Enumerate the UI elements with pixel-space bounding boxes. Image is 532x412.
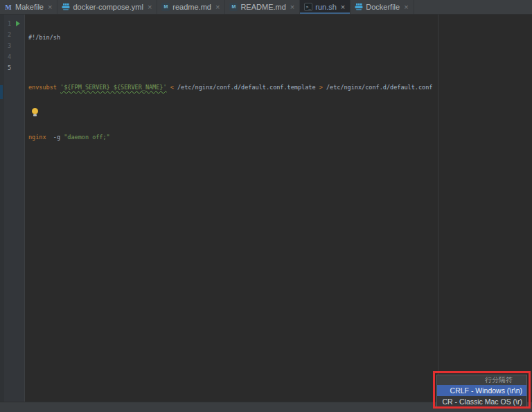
shebang-text: #!/bin/sh bbox=[28, 34, 60, 41]
editor-gutter: 1 2 3 4 5 bbox=[4, 15, 25, 402]
makefile-icon: M bbox=[4, 3, 12, 11]
markdown-icon: M bbox=[229, 3, 238, 11]
bulb-glass bbox=[32, 108, 38, 114]
docker-icon bbox=[355, 3, 363, 11]
line-number: 3 bbox=[8, 42, 13, 49]
gutter-line-5: 5 bbox=[4, 62, 24, 73]
close-icon[interactable]: × bbox=[290, 3, 294, 11]
ide-window: M Makefile × docker-compose.yml × M read… bbox=[0, 0, 532, 412]
gutter-line-1: 1 bbox=[4, 18, 24, 29]
close-icon[interactable]: × bbox=[215, 3, 220, 11]
envsubst-vars-string: '${FPM_SERVER} ${SERVER_NAME}' bbox=[60, 84, 167, 91]
markdown-icon: M bbox=[161, 3, 170, 11]
tab-label: docker-compose.yml bbox=[73, 3, 143, 11]
shell-script-icon: >_ bbox=[304, 3, 312, 11]
code-line-5: nginx -g "daemon off;" bbox=[26, 132, 532, 143]
close-icon[interactable]: × bbox=[148, 3, 152, 11]
gutter-line-2: 2 bbox=[4, 29, 24, 40]
intention-bulb-icon[interactable] bbox=[32, 108, 38, 116]
tab-label: README.md bbox=[240, 3, 285, 11]
tab-makefile[interactable]: M Makefile × bbox=[0, 0, 57, 14]
editor-pane[interactable]: 1 2 3 4 5 #!/bin/sh envsubst '${FPM_SERV… bbox=[0, 15, 532, 402]
gutter-line-4: 4 bbox=[4, 51, 24, 62]
tab-label: run.sh bbox=[315, 3, 337, 11]
right-margin-guide bbox=[438, 15, 438, 402]
tab-readme-md[interactable]: M readme.md × bbox=[157, 0, 225, 14]
tab-label: readme.md bbox=[172, 3, 211, 11]
run-script-icon[interactable] bbox=[16, 21, 20, 26]
tab-label: Makefile bbox=[15, 3, 44, 11]
close-icon[interactable]: × bbox=[404, 3, 408, 11]
tab-run-sh[interactable]: >_ run.sh × bbox=[300, 0, 351, 14]
line-number: 1 bbox=[8, 20, 13, 27]
tab-docker-compose-yml[interactable]: docker-compose.yml × bbox=[57, 0, 157, 14]
close-icon[interactable]: × bbox=[341, 3, 345, 11]
line-number: 4 bbox=[8, 53, 13, 60]
template-path: /etc/nginx/conf.d/default.conf.template bbox=[174, 84, 319, 91]
editor-tab-bar: M Makefile × docker-compose.yml × M read… bbox=[0, 0, 532, 15]
code-area[interactable]: #!/bin/sh envsubst '${FPM_SERVER} ${SERV… bbox=[26, 15, 532, 402]
tab-readme-md-upper[interactable]: M README.md × bbox=[225, 0, 300, 14]
line-separator-popup-title: 行分隔符 bbox=[437, 375, 526, 385]
line-number: 2 bbox=[8, 31, 13, 38]
gutter-line-3: 3 bbox=[4, 40, 24, 51]
envsubst-command: envsubst bbox=[28, 84, 60, 91]
line-separator-popup: 行分隔符 CRLF - Windows (\r\n) CR - Classic … bbox=[436, 375, 527, 408]
bulb-base bbox=[33, 114, 37, 116]
popup-item-cr-classic-mac[interactable]: CR - Classic Mac OS (\r) bbox=[437, 396, 526, 407]
tool-window-marker[interactable] bbox=[0, 85, 3, 99]
code-line-4 bbox=[26, 107, 532, 118]
code-line-2 bbox=[26, 57, 532, 68]
tab-dockerfile[interactable]: Dockerfile × bbox=[351, 0, 414, 14]
docker-icon bbox=[62, 3, 70, 11]
code-line-1: #!/bin/sh bbox=[26, 32, 532, 43]
code-line-3: envsubst '${FPM_SERVER} ${SERVER_NAME}' … bbox=[26, 82, 532, 93]
output-path: /etc/nginx/conf.d/default.conf bbox=[323, 84, 433, 91]
daemon-off-string: "daemon off;" bbox=[64, 134, 110, 141]
close-icon[interactable]: × bbox=[48, 3, 52, 11]
popup-item-crlf-windows[interactable]: CRLF - Windows (\r\n) bbox=[437, 385, 526, 396]
line-number: 5 bbox=[8, 64, 13, 71]
tab-label: Dockerfile bbox=[366, 3, 400, 11]
